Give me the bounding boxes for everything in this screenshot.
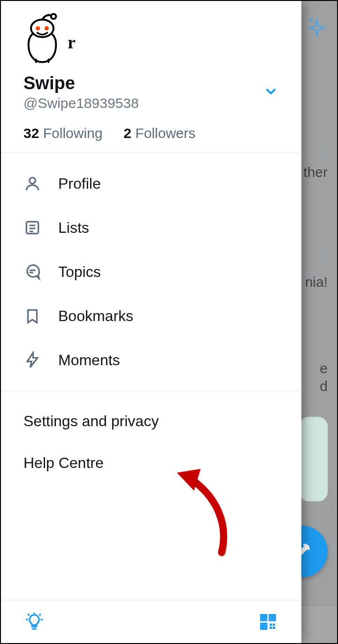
svg-line-17 — [28, 614, 29, 614]
handle: @Swipe18939538 — [23, 95, 279, 111]
svg-point-1 — [311, 19, 312, 20]
menu-label: Moments — [58, 352, 120, 369]
qr-code-button[interactable] — [257, 611, 279, 633]
followers-label: Followers — [135, 125, 195, 141]
menu-item-profile[interactable]: Profile — [1, 161, 301, 206]
account-switcher-button[interactable] — [259, 80, 283, 103]
svg-rect-24 — [263, 625, 265, 627]
bg-text-fragment: e — [320, 360, 328, 376]
list-icon — [23, 219, 41, 237]
drawer-menu: Profile Lists Topics Bookmarks — [1, 153, 301, 391]
menu-item-topics[interactable]: Topics — [1, 250, 301, 294]
following-label: Following — [43, 125, 103, 141]
menu-label: Bookmarks — [58, 307, 133, 325]
moments-icon — [23, 351, 41, 369]
avatar-badge: r — [68, 32, 76, 53]
followers-link[interactable]: 2 Followers — [123, 125, 195, 141]
menu-item-settings-privacy[interactable]: Settings and privacy — [1, 400, 301, 442]
avatar-snoo-icon[interactable] — [23, 13, 61, 65]
topics-icon — [23, 263, 41, 281]
svg-point-4 — [36, 26, 40, 31]
overflow-dots-icon: ⋮ — [313, 255, 328, 260]
bg-media-card — [300, 417, 328, 501]
svg-marker-13 — [27, 353, 38, 368]
followers-count: 2 — [123, 125, 131, 141]
menu-item-moments[interactable]: Moments — [1, 338, 301, 382]
secondary-menu: Settings and privacy Help Centre — [1, 391, 301, 493]
menu-label: Lists — [58, 219, 89, 237]
bg-text-fragment: nia! — [305, 274, 328, 290]
svg-rect-25 — [269, 623, 272, 626]
svg-point-3 — [51, 14, 56, 19]
svg-point-0 — [310, 21, 311, 22]
bg-text-fragment: d — [320, 378, 328, 394]
svg-rect-27 — [269, 627, 272, 629]
svg-point-6 — [30, 177, 36, 184]
bookmark-icon — [23, 307, 41, 325]
svg-rect-26 — [273, 623, 275, 626]
display-name[interactable]: Swipe — [23, 73, 279, 93]
drawer-footer — [1, 600, 301, 643]
watermark: www.deuaq.com — [329, 491, 334, 535]
menu-item-help-centre[interactable]: Help Centre — [1, 442, 301, 484]
svg-rect-23 — [271, 616, 273, 618]
person-icon — [23, 175, 41, 192]
svg-point-5 — [45, 26, 49, 31]
svg-rect-28 — [273, 627, 275, 629]
theme-toggle-button[interactable] — [23, 611, 45, 633]
sparkle-icon — [307, 18, 327, 39]
svg-line-18 — [40, 614, 40, 614]
menu-label: Profile — [58, 175, 101, 192]
following-count: 32 — [23, 125, 39, 141]
overflow-dots-icon: ⋮ — [313, 146, 328, 151]
svg-rect-22 — [263, 616, 265, 618]
bg-text-fragment: ther — [303, 164, 328, 180]
account-drawer: r Swipe @Swipe18939538 32 Following 2 Fo… — [1, 1, 301, 643]
menu-item-bookmarks[interactable]: Bookmarks — [1, 294, 301, 338]
menu-item-lists[interactable]: Lists — [1, 206, 301, 250]
follow-stats: 32 Following 2 Followers — [23, 125, 279, 141]
menu-label: Topics — [58, 263, 101, 281]
drawer-header: r Swipe @Swipe18939538 32 Following 2 Fo… — [1, 1, 301, 153]
following-link[interactable]: 32 Following — [23, 125, 107, 141]
